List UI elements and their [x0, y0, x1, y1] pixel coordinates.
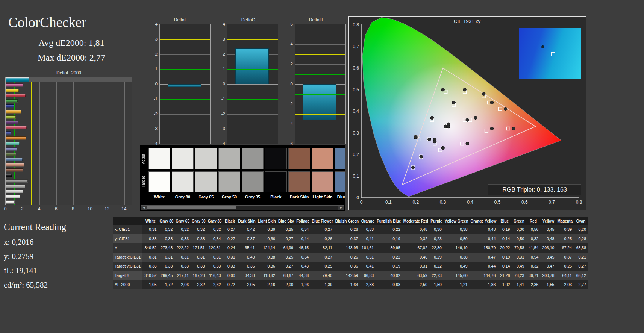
table-cell: 1,26: [295, 280, 311, 289]
actual-swatch-dark-skin[interactable]: [288, 148, 310, 169]
y-tick-label: -4: [289, 121, 293, 126]
deltae-bar-dark-skin[interactable]: [6, 168, 23, 172]
table-row-label: ΔE 2000: [113, 280, 142, 289]
table-row-target-y-cie31: Target y:CIE310,330,330,330,330,330,330,…: [113, 262, 588, 271]
gridline: [56, 77, 57, 205]
table-cell: 0,24: [223, 243, 237, 253]
current-reading-cdm2: cd/m²: 65,582: [4, 280, 48, 290]
target-swatch-dark-skin[interactable]: [288, 171, 310, 192]
target-swatch-black[interactable]: [265, 171, 287, 192]
target-swatch-gray-80[interactable]: [172, 171, 194, 192]
table-cell: 0,44: [470, 262, 498, 271]
deltae-bar-gray-80[interactable]: [6, 195, 20, 198]
actual-swatch-gray-35[interactable]: [242, 148, 264, 169]
scroll-left-button[interactable]: ◄: [141, 206, 147, 210]
deltae-bar-magenta[interactable]: [6, 83, 23, 87]
scrollbar-thumb[interactable]: [147, 206, 236, 209]
table-cell: 0,19: [376, 262, 402, 271]
table-cell: 79,40: [311, 271, 334, 280]
table-cell: 200,78: [540, 271, 556, 280]
table-col-header-blue-flower: Blue Flower: [311, 217, 334, 225]
table-cell: 0,26: [311, 234, 334, 244]
patch-name-label: Blue Sky: [335, 195, 345, 199]
deltae-bar-foliage[interactable]: [6, 153, 16, 156]
y-tick-label: 1: [223, 67, 225, 71]
table-cell: 0,33: [159, 234, 175, 244]
reference-line: [227, 39, 278, 40]
patch-name-label: Light Skin: [312, 195, 333, 199]
cie-title: CIE 1931 xy: [349, 18, 586, 24]
reference-line: [160, 39, 210, 40]
deltae-bar-bluish-green[interactable]: [6, 142, 20, 145]
scroll-right-button[interactable]: ►: [338, 206, 344, 210]
table-cell: 0,34: [207, 234, 223, 244]
table-cell: 0,37: [556, 253, 574, 262]
deltae-bar-yellow-green[interactable]: [6, 115, 16, 119]
table-cell: 0,56: [526, 225, 540, 234]
colorchecker-window: ColorChecker Avg dE2000: 1,81 Max dE2000…: [0, 0, 644, 333]
actual-swatch-light-skin[interactable]: [312, 148, 333, 169]
actual-swatch-white[interactable]: [148, 148, 170, 169]
patch-name-label: Gray 50: [218, 195, 240, 199]
target-swatch-white[interactable]: [148, 171, 170, 192]
actual-swatch-gray-65[interactable]: [195, 148, 217, 169]
target-swatch-light-skin[interactable]: [312, 171, 333, 192]
table-cell: 217,11: [174, 271, 191, 280]
table-cell: 0,39: [556, 225, 574, 234]
table-col-header-gray-65: Gray 65: [174, 217, 191, 225]
target-swatch-gray-50[interactable]: [218, 171, 240, 192]
measured-point: [474, 116, 477, 120]
table-cell: 0,30: [512, 225, 526, 234]
target-swatch-blue-sky[interactable]: [335, 171, 345, 192]
actual-swatch-gray-50[interactable]: [218, 148, 240, 169]
deltae-bar-black[interactable]: [6, 174, 12, 177]
deltaH-y-axis: 6420-2-4-6: [285, 24, 294, 144]
deltae-bar-blue-flower[interactable]: [6, 147, 17, 151]
deltae-bar-orange[interactable]: [6, 136, 26, 140]
deltaH-title: DeltaH: [285, 17, 347, 23]
deltae-bar-cyan[interactable]: [6, 78, 29, 82]
deltae-bar-purplish-blue[interactable]: [6, 131, 11, 135]
table-cell: 2,06: [174, 280, 191, 289]
table-cell: 0,32: [526, 234, 540, 244]
deltae-bar-gray-50[interactable]: [6, 185, 25, 188]
deltae-bar-red[interactable]: [6, 94, 26, 97]
deltae-bar-blue-sky[interactable]: [6, 158, 23, 161]
table-cell: 67,24: [556, 243, 574, 253]
actual-swatch-blue-sky[interactable]: [335, 148, 345, 169]
table-row-y: Y340,52273,43222,22171,51120,510,2435,41…: [113, 243, 588, 253]
table-cell: 0,32: [526, 262, 540, 271]
deltae-bar-purple[interactable]: [6, 121, 18, 124]
deltae-bar-gray-65[interactable]: [6, 190, 23, 193]
table-col-header-bluish-green: Bluish Green: [334, 217, 360, 225]
reference-line: [227, 129, 278, 129]
table-cell: 39,95: [376, 243, 402, 253]
table-cell: 116,43: [207, 271, 223, 280]
deltae2000-x-axis: 02468101214: [5, 206, 132, 212]
patch-strip-scrollbar[interactable]: ◄ ►: [141, 205, 344, 210]
table-cell: 0,22: [376, 225, 402, 234]
actual-swatch-black[interactable]: [265, 148, 287, 169]
patch-name-label: Gray 65: [195, 195, 217, 199]
target-swatch-gray-65[interactable]: [195, 171, 217, 192]
table-row-label: y: CIE31: [113, 234, 142, 244]
deltae-bar-gray-35[interactable]: [6, 179, 28, 183]
deltae-bar-green[interactable]: [6, 99, 18, 103]
deltae-bar-light-skin[interactable]: [6, 163, 24, 166]
actual-swatch-gray-80[interactable]: [172, 148, 194, 169]
deltae-bar-yellow[interactable]: [6, 89, 19, 92]
target-swatch-gray-35[interactable]: [242, 171, 264, 192]
table-cell: 0,27: [574, 262, 588, 271]
gridline: [160, 114, 210, 115]
deltae-bar-white[interactable]: [6, 200, 15, 204]
table-cell: 0,72: [223, 280, 237, 289]
patch-name-label: Black: [265, 195, 287, 199]
gridline: [108, 77, 108, 205]
deltae-bar-moderate-red[interactable]: [6, 126, 27, 129]
table-cell: 2,00: [277, 280, 295, 289]
y-tick-label: -2: [154, 112, 158, 116]
table-cell: 0,34: [295, 225, 311, 234]
table-row-label: Y: [113, 243, 142, 253]
deltae-bar-orange-yellow[interactable]: [6, 110, 21, 114]
deltae-bar-blue[interactable]: [6, 104, 14, 108]
